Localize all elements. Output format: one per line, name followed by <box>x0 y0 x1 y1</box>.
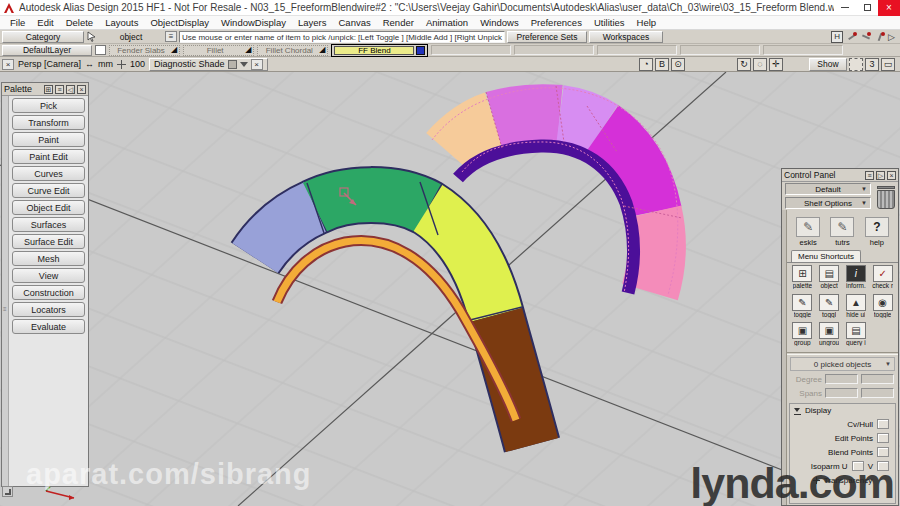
shortcut-object[interactable]: ▤object <box>816 265 843 294</box>
back-arch-segment-pink[interactable] <box>650 212 657 292</box>
menu-help[interactable]: Help <box>631 17 663 28</box>
hotkeys-icon[interactable]: H <box>831 31 843 43</box>
palette-tab-evaluate[interactable]: Evaluate <box>12 319 85 334</box>
back-arch-segment-violet[interactable] <box>560 114 602 129</box>
pane-count-button[interactable]: 3 <box>865 58 879 71</box>
viewport-resize-icon[interactable] <box>2 486 13 497</box>
viewport-close-icon[interactable]: × <box>2 59 14 70</box>
palette-tab-object-edit[interactable]: Object Edit <box>12 200 85 215</box>
list-icon[interactable]: ≡ <box>165 31 177 42</box>
palette-collapse-icon[interactable]: ◁ <box>66 85 75 94</box>
shortcut-hide-ui[interactable]: ▲hide ui <box>843 294 870 323</box>
window-layout-icon[interactable]: ▭ <box>881 58 895 71</box>
toolbar-flyout-icon[interactable]: ▷ <box>888 32 895 42</box>
spans-v-field[interactable] <box>861 388 894 398</box>
menu-utilities[interactable]: Utilities <box>588 17 631 28</box>
zoom-tool-icon[interactable]: ⊙ <box>671 58 685 71</box>
shortcut-ungroup[interactable]: ▣ungrou <box>816 322 843 351</box>
panel-close-icon[interactable]: × <box>887 171 896 180</box>
perspective-viewport[interactable]: aparat.com/sibrang <box>0 72 900 506</box>
snap-curve-icon[interactable] <box>874 31 885 42</box>
shelf-item-eskls[interactable]: ✎ eskls <box>793 217 823 247</box>
palette-tab-transform[interactable]: Transform <box>12 115 85 130</box>
palette-scrollbar[interactable]: ≡ <box>2 96 9 486</box>
spans-u-field[interactable] <box>825 388 858 398</box>
close-button[interactable]: × <box>878 0 900 16</box>
shortcut-toggle-2[interactable]: ✎toggl <box>816 294 843 323</box>
prompt-line[interactable]: Use mouse or enter name of item to pick … <box>179 31 505 43</box>
menu-file[interactable]: File <box>4 17 31 28</box>
minimize-button[interactable] <box>834 0 856 16</box>
display-section-header[interactable]: Display <box>790 404 895 417</box>
shade-swatch-icon[interactable] <box>228 60 237 69</box>
palette-tab-curves[interactable]: Curves <box>12 166 85 181</box>
palette-expand-icon[interactable]: ⊞ <box>44 85 53 94</box>
menu-delete[interactable]: Delete <box>60 17 99 28</box>
palette-tab-construction[interactable]: Construction <box>12 285 85 300</box>
layer-color-swatch[interactable] <box>416 46 425 55</box>
preference-sets-button[interactable]: Preference Sets <box>507 31 587 43</box>
back-arch-segment-orchid[interactable] <box>494 113 560 120</box>
layer-checkbox[interactable] <box>95 45 106 55</box>
palette-tab-view[interactable]: View <box>12 268 85 283</box>
back-arch-segment-peach[interactable] <box>448 120 494 152</box>
layer-tab-fillet-chordal[interactable]: Fillet Chordal ◢ <box>257 45 328 56</box>
default-layer-button[interactable]: DefaultLayer <box>2 45 92 56</box>
palette-close-icon[interactable]: × <box>77 85 86 94</box>
layer-tab-ff-blend-active[interactable]: FF Blend <box>331 44 428 57</box>
restore-button[interactable] <box>856 0 878 16</box>
picked-objects-dropdown[interactable]: 0 picked objects ▼ <box>790 357 895 371</box>
camera-label[interactable]: Persp [Camera] <box>18 59 81 69</box>
chevron-down-icon[interactable] <box>240 62 248 67</box>
trash-icon[interactable] <box>877 186 895 210</box>
show-button[interactable]: Show <box>809 58 847 71</box>
palette-menu-icon[interactable]: ≡ <box>55 85 64 94</box>
degree-u-field[interactable] <box>825 374 858 384</box>
shortcut-toggle-1[interactable]: ✎toggle <box>789 294 816 323</box>
menu-edit[interactable]: Edit <box>31 17 59 28</box>
layout-box-icon[interactable] <box>849 58 863 71</box>
shelf-options-dropdown[interactable]: Shelf Options▼ <box>785 197 871 209</box>
panel-menu-icon[interactable]: ≡ <box>865 171 874 180</box>
shelf-dropdown[interactable]: Default▼ <box>785 183 871 195</box>
menu-animation[interactable]: Animation <box>420 17 474 28</box>
palette-tab-surfaces[interactable]: Surfaces <box>12 217 85 232</box>
pick-object-mode-label[interactable]: object <box>99 32 163 42</box>
shade-close-icon[interactable]: × <box>251 59 263 70</box>
paint-edit-icon[interactable]: B <box>655 58 669 71</box>
menu-layers[interactable]: Layers <box>292 17 333 28</box>
degree-v-field[interactable] <box>861 374 894 384</box>
dolly-icon[interactable]: ✛ <box>769 58 783 71</box>
palette-tab-mesh[interactable]: Mesh <box>12 251 85 266</box>
menu-windows[interactable]: Windows <box>474 17 525 28</box>
track-icon[interactable]: ◌ <box>753 58 767 71</box>
category-button[interactable]: Category <box>2 31 84 43</box>
layer-tab-fender-slabs[interactable]: Fender Slabs ◢ <box>109 45 180 56</box>
menu-layouts[interactable]: Layouts <box>99 17 144 28</box>
menu-render[interactable]: Render <box>377 17 420 28</box>
shelf-item-tutrs[interactable]: ✎ tutrs <box>827 217 857 247</box>
palette-tab-surface-edit[interactable]: Surface Edit <box>12 234 85 249</box>
palette-tab-locators[interactable]: Locators <box>12 302 85 317</box>
panel-flyout-icon[interactable]: ▷ <box>876 171 885 180</box>
edit-points-checkbox[interactable] <box>877 433 889 443</box>
workspaces-button[interactable]: Workspaces <box>589 31 663 43</box>
menu-shortcuts-tab[interactable]: Menu Shortcuts <box>791 250 861 262</box>
menu-preferences[interactable]: Preferences <box>525 17 588 28</box>
marking-menu-icon[interactable] <box>846 31 857 42</box>
palette-tab-paint[interactable]: Paint <box>12 132 85 147</box>
menu-windowdisplay[interactable]: WindowDisplay <box>215 17 292 28</box>
render-icon[interactable]: ◔ <box>639 58 653 71</box>
menu-objectdisplay[interactable]: ObjectDisplay <box>144 17 215 28</box>
palette-tab-paint-edit[interactable]: Paint Edit <box>12 149 85 164</box>
shortcut-palette[interactable]: ⊞palette <box>789 265 816 294</box>
diagnostic-shade-tab[interactable]: Diagnostic Shade × <box>149 58 268 71</box>
shortcut-group[interactable]: ▣group <box>789 322 816 351</box>
cv-hull-checkbox[interactable] <box>877 419 889 429</box>
shortcut-check[interactable]: ✓check r <box>869 265 896 294</box>
menu-canvas[interactable]: Canvas <box>333 17 377 28</box>
palette-tab-pick[interactable]: Pick <box>12 98 85 113</box>
layer-tab-fillet[interactable]: Fillet ◢ <box>183 45 254 56</box>
blend-points-checkbox[interactable] <box>877 447 889 457</box>
snap-grid-icon[interactable] <box>860 31 871 42</box>
